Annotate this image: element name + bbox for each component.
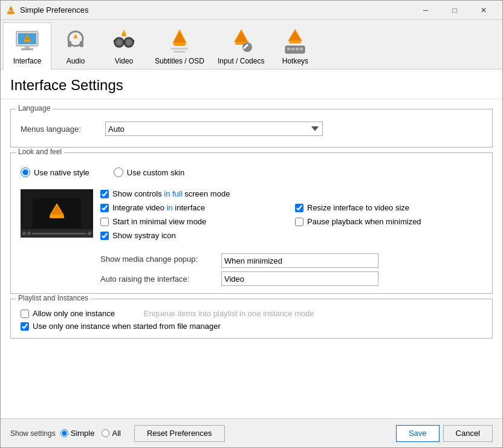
checkbox-two-col: Integrate video in interface Start in mi…	[100, 203, 482, 245]
allow-one-instance-checkbox[interactable]: Allow only one instance	[21, 309, 115, 318]
pause-minimized-checkbox[interactable]: Pause playback when minimized	[295, 217, 482, 226]
playlist-section-title: Playlist and Instances	[16, 294, 91, 302]
tab-audio[interactable]: Audio	[51, 22, 100, 69]
svg-rect-28	[171, 48, 188, 50]
playlist-row-1: Allow only one instance Enqueue items in…	[21, 309, 482, 318]
svg-rect-2	[8, 13, 14, 14]
svg-rect-10	[24, 41, 30, 42]
reset-preferences-button[interactable]: Reset Preferences	[134, 425, 225, 442]
auto-raising-select[interactable]: Never Video Audio Always	[221, 271, 378, 286]
show-controls-label: Show controls in full screen mode	[112, 189, 230, 198]
close-button[interactable]: ✕	[470, 1, 498, 20]
svg-point-22	[126, 39, 132, 45]
main-content: Interface Settings Language Menus langua…	[1, 70, 502, 418]
integrate-video-checkbox[interactable]: Integrate video in interface	[100, 203, 288, 212]
svg-rect-37	[289, 41, 301, 44]
custom-skin-radio[interactable]: Use custom skin	[114, 167, 184, 177]
svg-rect-13	[80, 41, 83, 47]
all-radio-label: All	[112, 429, 120, 438]
tab-audio-label: Audio	[67, 57, 85, 65]
svg-rect-41	[296, 48, 299, 50]
save-button[interactable]: Save	[396, 425, 440, 442]
tab-video[interactable]: Video	[100, 22, 148, 69]
tabbar: Interface Audio	[1, 20, 502, 70]
show-controls-checkbox[interactable]: Show controls in full screen mode	[100, 189, 482, 198]
use-one-instance-filemanager-label: Use only one instance when started from …	[33, 322, 221, 331]
prev-dot-3	[88, 232, 91, 235]
auto-raising-row: Auto raising the interface: Never Video …	[100, 271, 482, 286]
integrate-video-input[interactable]	[100, 204, 109, 212]
media-popup-label: Show media change popup:	[100, 255, 221, 264]
svg-rect-39	[287, 48, 290, 50]
integrate-video-label: Integrate video in interface	[112, 203, 205, 212]
tab-subtitles[interactable]: Subtitles / OSD	[148, 22, 211, 69]
custom-skin-label: Use custom skin	[127, 168, 184, 177]
show-systray-checkbox[interactable]: Show systray icon	[100, 231, 288, 240]
main-window: VLC Simple Preferences ─ □ ✕	[0, 0, 503, 448]
all-radio-input[interactable]	[102, 429, 109, 437]
menus-language-label: Menus language:	[21, 125, 105, 134]
start-minimal-checkbox[interactable]: Start in minimal view mode	[100, 217, 288, 226]
minimize-button[interactable]: ─	[412, 1, 440, 20]
checkbox-col-right: Resize interface to video size Pause pla…	[295, 203, 482, 245]
use-one-instance-filemanager-input[interactable]	[21, 322, 29, 331]
pause-minimized-input[interactable]	[295, 218, 303, 226]
simple-radio-label: Simple	[71, 429, 95, 438]
input-tab-icon	[227, 27, 256, 56]
start-minimal-input[interactable]	[100, 218, 109, 226]
svg-marker-26	[174, 31, 186, 42]
menus-language-select[interactable]: Auto English French German Spanish	[105, 122, 323, 136]
svg-rect-7	[21, 48, 33, 50]
tab-interface[interactable]: Interface	[3, 22, 51, 70]
tab-hotkeys[interactable]: Hotkeys	[271, 22, 319, 69]
native-style-radio[interactable]: Use native style	[21, 167, 89, 177]
simple-radio-input[interactable]	[60, 429, 68, 437]
checkbox-col-left: Integrate video in interface Start in mi…	[100, 203, 288, 245]
start-minimal-label: Start in minimal view mode	[112, 217, 206, 226]
native-style-input[interactable]	[21, 167, 30, 177]
vlc-preview-svg	[33, 198, 81, 229]
look-feel-section: Look and feel Use native style Use custo…	[10, 152, 493, 294]
titlebar-controls: ─ □ ✕	[412, 1, 498, 20]
preview-image	[21, 189, 93, 238]
all-radio[interactable]: All	[102, 429, 120, 438]
scroll-area: Language Menus language: Auto English Fr…	[1, 99, 502, 418]
tab-input-label: Input / Codecs	[218, 57, 264, 65]
resize-interface-input[interactable]	[295, 204, 303, 212]
svg-text:VLC: VLC	[7, 9, 14, 13]
resize-interface-checkbox[interactable]: Resize interface to video size	[295, 203, 482, 212]
use-one-instance-filemanager-checkbox[interactable]: Use only one instance when started from …	[21, 322, 482, 331]
show-systray-input[interactable]	[100, 232, 109, 240]
language-section-title: Language	[16, 104, 53, 112]
cancel-button[interactable]: Cancel	[443, 425, 493, 442]
tab-interface-label: Interface	[13, 57, 42, 65]
show-controls-input[interactable]	[100, 190, 109, 198]
svg-rect-15	[74, 37, 77, 39]
playlist-row-2: Use only one instance when started from …	[21, 322, 482, 331]
svg-point-21	[116, 39, 122, 45]
svg-marker-31	[235, 31, 247, 42]
menus-language-row: Menus language: Auto English French Germ…	[21, 122, 482, 136]
media-popup-select[interactable]: Never When minimized Always	[221, 253, 378, 268]
maximize-button[interactable]: □	[441, 1, 469, 20]
video-tab-icon	[109, 27, 138, 56]
svg-marker-36	[289, 31, 301, 41]
playlist-body: Allow only one instance Enqueue items in…	[11, 304, 492, 338]
custom-skin-input[interactable]	[114, 167, 123, 177]
show-settings-radios: Simple All	[60, 429, 121, 438]
svg-rect-12	[68, 41, 71, 47]
native-style-label: Use native style	[34, 168, 89, 177]
bottom-bar: Show settings Simple All Reset Preferenc…	[1, 418, 502, 447]
simple-radio[interactable]: Simple	[60, 429, 95, 438]
svg-marker-23	[122, 30, 126, 35]
page-title: Interface Settings	[1, 70, 502, 99]
allow-one-instance-label: Allow only one instance	[33, 309, 115, 318]
allow-one-instance-input[interactable]	[21, 310, 29, 318]
svg-rect-27	[174, 44, 186, 46]
language-section: Language Menus language: Auto English Fr…	[10, 109, 493, 148]
look-checkboxes: Show controls in full screen mode Integr…	[100, 189, 482, 286]
tab-input[interactable]: Input / Codecs	[211, 22, 271, 69]
hotkeys-tab-icon	[281, 27, 310, 56]
subtitles-tab-icon	[165, 27, 194, 56]
media-popup-row: Show media change popup: Never When mini…	[100, 250, 482, 268]
